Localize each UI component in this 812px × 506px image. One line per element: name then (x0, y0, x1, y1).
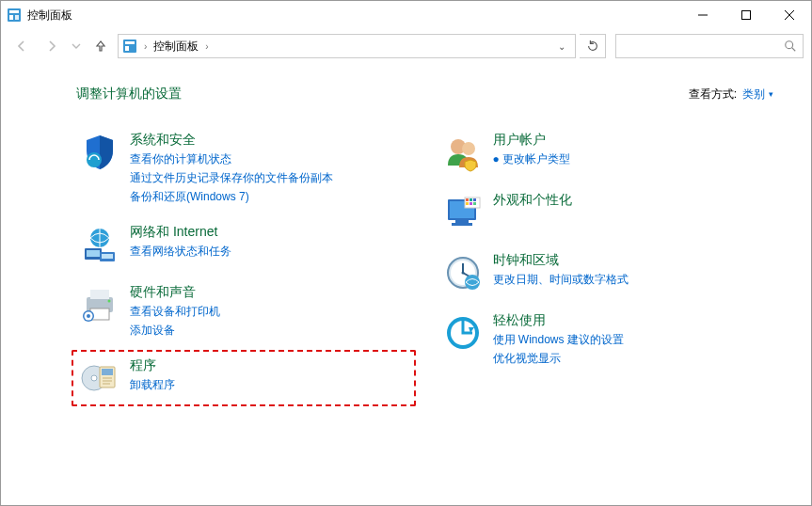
svg-point-28 (91, 375, 97, 381)
breadcrumb-chevron-icon[interactable]: › (205, 41, 208, 52)
maximize-button[interactable] (724, 1, 768, 29)
svg-rect-43 (473, 198, 476, 201)
svg-rect-20 (90, 290, 109, 299)
category-programs: 程序 卸载程序 (72, 350, 416, 406)
category-link[interactable]: 查看网络状态和任务 (130, 243, 231, 260)
svg-rect-42 (470, 198, 472, 201)
svg-line-12 (792, 48, 796, 52)
category-title[interactable]: 外观和个性化 (493, 192, 572, 209)
category-title[interactable]: 时钟和区域 (493, 252, 629, 269)
svg-rect-30 (102, 369, 113, 375)
svg-rect-3 (15, 15, 19, 20)
svg-point-11 (786, 41, 793, 49)
search-icon (784, 40, 797, 53)
programs-icon[interactable] (79, 357, 120, 399)
svg-rect-2 (9, 15, 13, 20)
titlebar: 控制面板 (1, 1, 811, 29)
svg-rect-46 (473, 202, 476, 205)
right-column: 用户帐户 ● 更改帐户类型 (439, 129, 774, 402)
refresh-button[interactable] (580, 34, 606, 58)
category-link[interactable]: 使用 Windows 建议的设置 (493, 331, 624, 348)
svg-rect-41 (466, 198, 469, 201)
left-column: 系统和安全 查看你的计算机状态 通过文件历史记录保存你的文件备份副本 备份和还原… (76, 129, 411, 402)
svg-rect-44 (466, 202, 469, 205)
users-icon[interactable] (442, 132, 484, 173)
clock-icon[interactable] (442, 252, 484, 293)
address-history-dropdown[interactable]: ⌄ (552, 41, 571, 52)
category-link[interactable]: 查看设备和打印机 (130, 303, 220, 320)
category-link[interactable]: 卸载程序 (130, 376, 175, 393)
breadcrumb-segment[interactable]: 控制面板 (153, 39, 199, 55)
breadcrumb-chevron-icon[interactable]: › (144, 41, 147, 52)
category-columns: 系统和安全 查看你的计算机状态 通过文件历史记录保存你的文件备份副本 备份和还原… (76, 129, 773, 402)
address-icon (122, 39, 137, 54)
address-bar[interactable]: › 控制面板 › ⌄ (118, 34, 576, 58)
window-controls (681, 1, 811, 29)
svg-rect-18 (102, 254, 113, 259)
minimize-button[interactable] (681, 1, 724, 29)
close-button[interactable] (768, 1, 811, 29)
ease-of-access-icon[interactable] (442, 312, 484, 354)
category-clock-region: 时钟和区域 更改日期、时间或数字格式 (439, 249, 774, 296)
search-input[interactable] (615, 34, 804, 58)
category-link[interactable]: 添加设备 (130, 322, 220, 339)
up-button[interactable] (88, 33, 114, 59)
category-link[interactable]: 备份和还原(Windows 7) (130, 188, 333, 205)
content-header: 调整计算机的设置 查看方式: 类别 (76, 86, 773, 103)
category-user-accounts: 用户帐户 ● 更改帐户类型 (439, 129, 774, 176)
category-title[interactable]: 网络和 Internet (130, 224, 231, 241)
category-link[interactable]: 更改日期、时间或数字格式 (493, 271, 629, 288)
svg-rect-16 (87, 250, 100, 257)
svg-point-25 (87, 314, 90, 318)
category-system-security: 系统和安全 查看你的计算机状态 通过文件历史记录保存你的文件备份副本 备份和还原… (76, 129, 411, 208)
svg-rect-1 (9, 10, 19, 13)
svg-point-22 (108, 300, 111, 303)
svg-point-52 (465, 275, 480, 290)
svg-point-35 (462, 142, 475, 155)
category-title[interactable]: 轻松使用 (493, 312, 624, 329)
viewby-dropdown[interactable]: 类别 (742, 87, 773, 103)
category-title[interactable]: 程序 (130, 357, 175, 374)
category-ease-of-access: 轻松使用 使用 Windows 建议的设置 优化视觉显示 (439, 309, 774, 370)
control-panel-icon (7, 8, 22, 23)
back-button[interactable] (8, 33, 35, 59)
svg-rect-10 (125, 46, 129, 51)
content-area: 调整计算机的设置 查看方式: 类别 系统和安全 查看你的计算机状态 通过 (1, 63, 811, 424)
category-link[interactable]: 通过文件历史记录保存你的文件备份副本 (130, 169, 333, 186)
forward-button[interactable] (39, 33, 65, 59)
shield-icon[interactable] (79, 132, 120, 173)
svg-rect-5 (742, 11, 751, 20)
window-title: 控制面板 (27, 8, 681, 24)
category-network: 网络和 Internet 查看网络状态和任务 (76, 221, 411, 268)
network-icon[interactable] (79, 224, 120, 265)
category-link[interactable]: ● 更改帐户类型 (493, 150, 571, 167)
svg-rect-9 (125, 41, 135, 44)
svg-rect-45 (470, 202, 472, 205)
svg-rect-39 (452, 223, 472, 226)
category-title[interactable]: 用户帐户 (493, 132, 571, 149)
category-link[interactable]: 查看你的计算机状态 (130, 150, 333, 167)
page-title: 调整计算机的设置 (76, 86, 689, 103)
category-title[interactable]: 系统和安全 (130, 132, 333, 149)
svg-rect-38 (455, 220, 469, 223)
category-hardware-sound: 硬件和声音 查看设备和打印机 添加设备 (76, 281, 411, 341)
category-title[interactable]: 硬件和声音 (130, 284, 220, 301)
category-appearance: 外观和个性化 (439, 189, 774, 236)
category-link[interactable]: 优化视觉显示 (493, 350, 624, 367)
appearance-icon[interactable] (442, 192, 484, 233)
printer-icon[interactable] (79, 284, 120, 325)
recent-dropdown[interactable] (69, 33, 84, 59)
navbar: › 控制面板 › ⌄ (1, 29, 811, 63)
svg-point-51 (461, 272, 464, 275)
viewby-label: 查看方式: (689, 87, 737, 103)
